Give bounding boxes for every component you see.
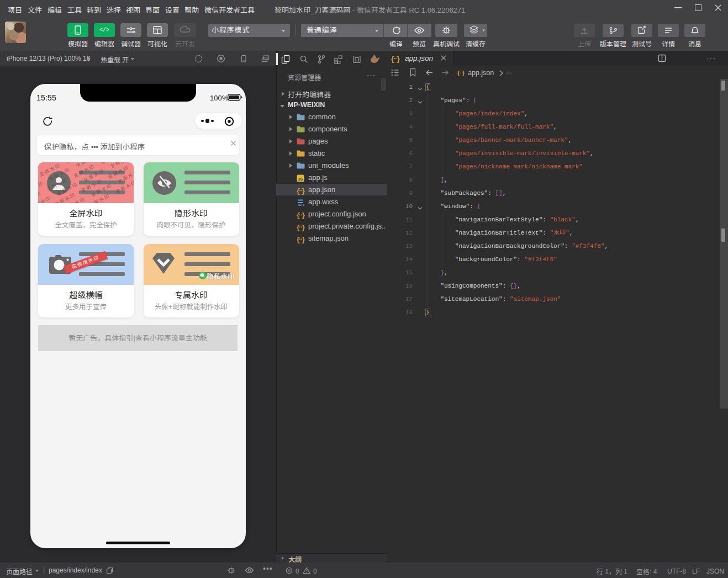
svg-text:JS: JS (298, 177, 303, 181)
svg-text:}: } (461, 70, 465, 77)
svg-text:{: { (457, 70, 461, 77)
svg-text:}: } (396, 55, 400, 63)
